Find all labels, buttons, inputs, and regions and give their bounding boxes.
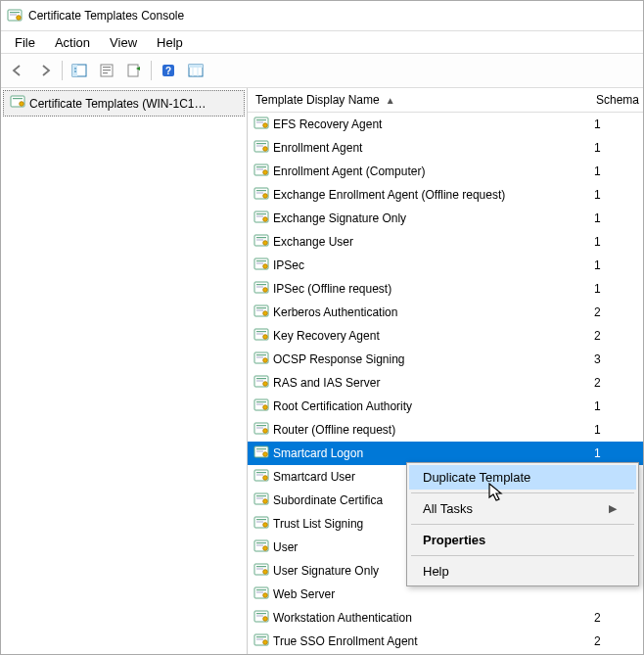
table-row[interactable]: Key Recovery Agent2 (248, 324, 643, 348)
svg-rect-10 (128, 65, 138, 76)
table-row[interactable]: Root Certification Authority1 (248, 395, 643, 418)
svg-rect-103 (256, 613, 266, 614)
svg-rect-19 (256, 119, 266, 120)
template-name-cell: Router (Offline request) (253, 421, 586, 440)
svg-rect-99 (256, 589, 266, 590)
table-row[interactable]: Router (Offline request)1 (248, 418, 643, 442)
template-name-label: True SSO Enrollment Agent (273, 634, 418, 648)
back-button[interactable] (5, 58, 30, 83)
template-schema-cell: 1 (586, 423, 643, 437)
template-schema-cell: 1 (586, 117, 643, 131)
forward-button[interactable] (32, 58, 58, 83)
svg-point-49 (263, 287, 268, 292)
svg-point-109 (263, 639, 268, 644)
table-row[interactable]: Enrollment Agent1 (248, 136, 643, 160)
toolbar-separator (151, 61, 152, 80)
svg-rect-59 (256, 354, 266, 355)
column-header-name[interactable]: Template Display Name ▲ (253, 89, 588, 111)
svg-point-65 (263, 381, 268, 386)
table-row[interactable]: RAS and IAS Server2 (248, 371, 643, 395)
template-name-cell: Web Server (253, 585, 586, 604)
template-schema-cell: 1 (586, 211, 643, 225)
table-row[interactable]: True SSO Enrollment Agent2 (248, 630, 643, 653)
template-name-label: Smartcard User (273, 470, 355, 484)
titlebar: Certificate Templates Console (1, 1, 643, 31)
tree-pane[interactable]: Certificate Templates (WIN-1C1… (1, 88, 248, 654)
list-header: Template Display Name ▲ Schema (248, 88, 643, 113)
ctx-properties-label: Properties (423, 533, 485, 547)
certificate-template-icon (10, 94, 25, 113)
template-name-label: Kerberos Authentication (273, 305, 397, 319)
svg-point-29 (263, 169, 268, 174)
svg-rect-48 (256, 286, 263, 287)
svg-point-3 (17, 16, 22, 21)
svg-rect-76 (256, 450, 263, 451)
menu-view[interactable]: View (100, 33, 147, 52)
template-name-label: RAS and IAS Server (273, 376, 380, 390)
svg-rect-67 (256, 401, 266, 402)
template-name-label: Enrollment Agent (Computer) (273, 164, 425, 178)
svg-point-93 (263, 545, 268, 550)
detail-view-button[interactable] (183, 58, 208, 83)
template-schema-cell: 2 (586, 305, 643, 319)
template-name-cell: Root Certification Authority (253, 398, 586, 416)
ctx-all-tasks[interactable]: All Tasks ▶ (409, 496, 636, 521)
window-title: Certificate Templates Console (28, 9, 184, 23)
certificate-icon (253, 421, 269, 440)
template-name-label: User (273, 540, 298, 554)
svg-point-101 (263, 592, 268, 597)
tree-root-node[interactable]: Certificate Templates (WIN-1C1… (3, 90, 245, 117)
table-row[interactable]: IPSec1 (248, 254, 643, 277)
svg-rect-40 (256, 239, 263, 240)
table-row[interactable]: IPSec (Offline request)1 (248, 277, 643, 301)
certificate-icon (253, 139, 269, 158)
ctx-properties[interactable]: Properties (409, 528, 636, 552)
ctx-duplicate-template[interactable]: Duplicate Template (409, 465, 636, 490)
certificate-icon (253, 116, 269, 134)
svg-point-105 (263, 616, 268, 621)
svg-rect-20 (256, 121, 263, 122)
template-name-cell: True SSO Enrollment Agent (253, 632, 586, 651)
svg-rect-39 (256, 237, 266, 238)
chevron-right-icon: ▶ (609, 502, 617, 515)
svg-point-85 (263, 498, 268, 503)
svg-rect-1 (10, 12, 20, 13)
menu-file[interactable]: File (5, 33, 45, 52)
column-header-name-label: Template Display Name (255, 93, 380, 107)
template-name-cell: Key Recovery Agent (253, 327, 586, 346)
svg-point-89 (263, 522, 268, 527)
template-schema-cell: 1 (586, 188, 643, 202)
svg-rect-23 (256, 143, 266, 144)
template-schema-cell: 2 (586, 611, 643, 625)
certificate-icon (253, 351, 269, 369)
table-row[interactable]: Enrollment Agent (Computer)1 (248, 160, 643, 183)
certificate-icon (253, 257, 269, 275)
menu-help[interactable]: Help (147, 33, 193, 52)
toolbar-separator (62, 61, 63, 80)
svg-point-25 (263, 146, 268, 151)
table-row[interactable]: Workstation Authentication2 (248, 606, 643, 630)
table-row[interactable]: OCSP Response Signing3 (248, 348, 643, 371)
svg-rect-84 (256, 497, 263, 498)
certificate-icon (253, 210, 269, 228)
table-row[interactable]: Kerberos Authentication2 (248, 301, 643, 324)
column-header-schema[interactable]: Schema (588, 89, 643, 111)
svg-rect-88 (256, 521, 263, 522)
properties-button[interactable] (94, 58, 119, 83)
help-button[interactable]: ? (156, 58, 181, 83)
template-name-cell: Enrollment Agent (Computer) (253, 163, 586, 181)
table-row[interactable]: EFS Recovery Agent1 (248, 113, 643, 136)
table-row[interactable]: Exchange Signature Only1 (248, 207, 643, 230)
show-hide-tree-button[interactable] (67, 58, 92, 83)
refresh-button[interactable] (121, 58, 147, 83)
table-row[interactable]: Exchange User1 (248, 230, 643, 254)
svg-rect-7 (103, 67, 111, 68)
table-row[interactable]: Exchange Enrollment Agent (Offline reque… (248, 183, 643, 207)
svg-rect-72 (256, 427, 263, 428)
ctx-help[interactable]: Help (409, 559, 636, 584)
svg-rect-71 (256, 425, 266, 426)
menu-action[interactable]: Action (45, 33, 100, 52)
toolbar: ? (1, 53, 643, 88)
template-name-label: Exchange User (273, 235, 353, 249)
template-schema-cell: 1 (586, 446, 643, 460)
